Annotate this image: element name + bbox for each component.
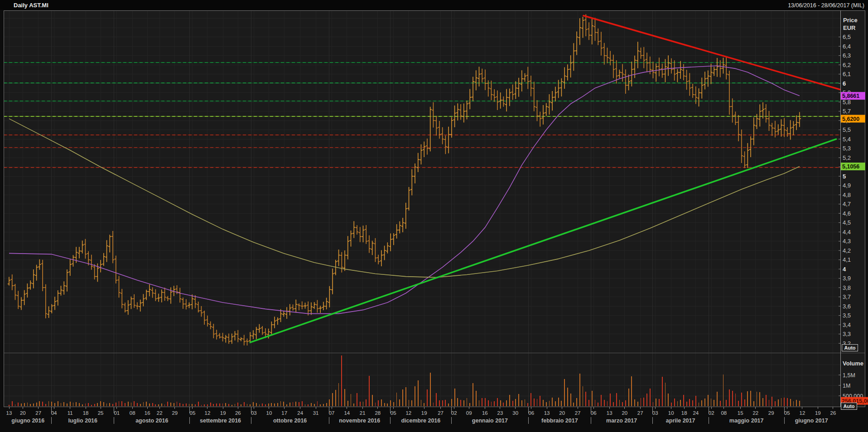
last-price-tag: 5,6200 [842, 116, 859, 122]
price-tick-label: 3,4 [843, 322, 851, 328]
day-tick-label: 15 [738, 410, 743, 416]
day-tick-label: 05 [189, 410, 195, 416]
day-tick-label: 12 [405, 410, 411, 416]
day-tick-label: 04 [51, 410, 57, 416]
price-tick-label: 4,8 [843, 192, 851, 198]
month-label: maggio 2017 [729, 418, 764, 424]
price-tick-label: 4,2 [843, 247, 851, 254]
day-tick-label: 23 [497, 410, 503, 416]
day-tick-label: 26 [830, 410, 836, 416]
day-tick-label: 07 [329, 410, 335, 416]
month-label: luglio 2016 [68, 418, 97, 424]
plot-background [4, 10, 865, 407]
day-tick-label: 13 [607, 410, 612, 416]
price-tick-label: 3,3 [843, 331, 851, 337]
price-tick-label: 4,6 [843, 210, 851, 217]
month-label: aprile 2017 [666, 418, 695, 424]
month-label: ottobre 2016 [273, 418, 307, 424]
day-tick-label: 10 [668, 410, 674, 416]
day-tick-label: 06 [528, 410, 534, 416]
volume-tick-label: 1M [843, 383, 850, 389]
day-tick-label: 13 [6, 410, 12, 416]
day-tick-label: 20 [559, 410, 565, 416]
chart-title: Daily AST.MI [14, 2, 48, 9]
price-tick-label: 4,9 [843, 182, 851, 189]
volume-axis-title: Volume [843, 360, 863, 367]
day-tick-label: 16 [145, 410, 150, 416]
day-tick-label: 01 [114, 410, 120, 416]
price-tick-label: 4,7 [843, 201, 851, 207]
day-tick-label: 05 [391, 410, 396, 416]
day-tick-label: 22 [752, 410, 758, 416]
day-tick-label: 13 [544, 410, 550, 416]
day-tick-label: 02 [451, 410, 457, 416]
day-tick-label: 05 [784, 410, 790, 416]
volume-tick-label: 1,5M [843, 372, 855, 379]
day-tick-label: 18 [681, 410, 687, 416]
month-label: febbraio 2017 [541, 418, 578, 424]
day-tick-label: 24 [297, 410, 303, 416]
day-tick-label: 28 [375, 410, 381, 416]
day-tick-label: 20 [622, 410, 627, 416]
month-label: dicembre 2016 [401, 418, 440, 424]
month-label: giugno 2016 [11, 418, 44, 424]
day-tick-label: 11 [68, 410, 73, 416]
price-tick-label: 6,2 [843, 62, 851, 68]
month-label: agosto 2016 [135, 418, 168, 424]
day-tick-label: 27 [575, 410, 581, 416]
day-tick-label: 26 [235, 410, 241, 416]
price-tick-label: 3,8 [843, 284, 851, 291]
day-tick-label: 16 [482, 410, 488, 416]
day-tick-label: 22 [157, 410, 163, 416]
price-tick-label: 4,4 [843, 229, 851, 235]
price-tick-label: 6,1 [843, 71, 851, 77]
price-tick-label: 5,3 [843, 145, 851, 152]
price-tick-label: 3,5 [843, 312, 851, 319]
trading-chart-window: Daily AST.MI 13/06/2016 - 28/06/2017 (MI… [0, 0, 868, 432]
day-tick-label: 19 [421, 410, 427, 416]
chart-canvas[interactable]: PriceEUR6,56,46,36,26,165,95,85,75,65,55… [0, 0, 868, 432]
ma-olive-value-tag: 5,1056 [842, 163, 859, 170]
day-tick-label: 14 [344, 410, 350, 416]
day-tick-label: 31 [313, 410, 319, 416]
day-tick-label: 27 [637, 410, 643, 416]
month-label: gennaio 2017 [472, 418, 508, 424]
volume-pane-auto-scale-button[interactable]: Auto [841, 403, 857, 410]
price-tick-label: 6,3 [843, 52, 851, 59]
day-tick-label: 27 [438, 410, 444, 416]
price-tick-label: 5,5 [843, 126, 851, 133]
date-range-label: 13/06/2016 - 28/06/2017 (MIL) [788, 2, 864, 9]
price-tick-label: 4 [843, 266, 846, 273]
day-tick-label: 27 [35, 410, 41, 416]
price-tick-label: 6 [843, 80, 846, 87]
price-tick-label: 3,9 [843, 275, 851, 282]
day-tick-label: 17 [281, 410, 287, 416]
day-tick-label: 21 [360, 410, 366, 416]
price-axis-unit: EUR [843, 24, 856, 31]
day-tick-label: 06 [591, 410, 597, 416]
price-tick-label: 3,6 [843, 303, 851, 310]
price-tick-label: 4,3 [843, 238, 851, 245]
day-tick-label: 10 [266, 410, 272, 416]
price-tick-label: 5,2 [843, 154, 851, 161]
price-tick-label: 5,7 [843, 108, 851, 115]
day-tick-label: 24 [693, 410, 699, 416]
day-tick-label: 29 [768, 410, 774, 416]
month-label: settembre 2016 [200, 418, 241, 424]
price-tick-label: 5,4 [843, 136, 851, 143]
day-tick-label: 30 [512, 410, 518, 416]
day-tick-label: 09 [466, 410, 472, 416]
price-tick-label: 6,4 [843, 43, 851, 50]
day-tick-label: 18 [83, 410, 89, 416]
price-tick-label: 5 [843, 173, 846, 180]
day-tick-label: 12 [800, 410, 805, 416]
day-tick-label: 02 [709, 410, 714, 416]
price-tick-label: 6,5 [843, 34, 851, 40]
price-tick-label: 4,1 [843, 256, 851, 263]
day-tick-label: 12 [205, 410, 211, 416]
day-tick-label: 29 [172, 410, 178, 416]
month-label: novembre 2016 [339, 418, 380, 424]
price-pane-auto-scale-button[interactable]: Auto [842, 344, 858, 351]
price-tick-label: 4,5 [843, 219, 851, 226]
price-tick-label: 3,7 [843, 293, 851, 300]
